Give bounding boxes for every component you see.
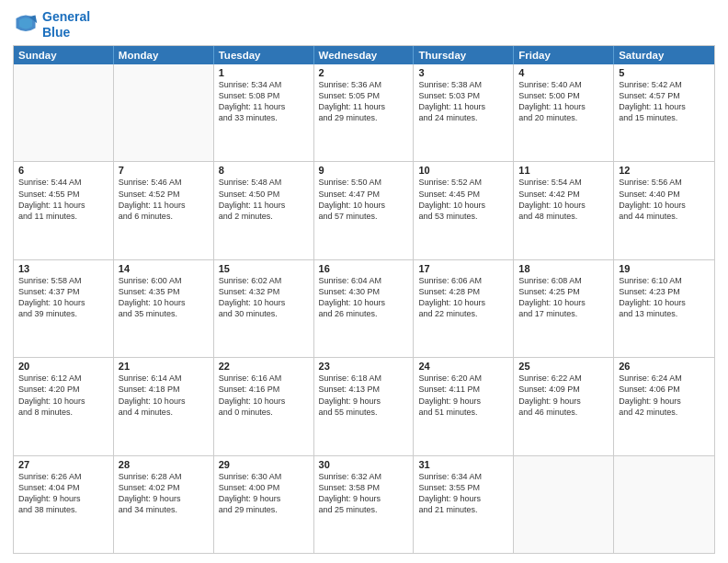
cell-text: Sunrise: 5:38 AM Sunset: 5:03 PM Dayligh… — [418, 79, 508, 124]
calendar-cell: 21Sunrise: 6:14 AM Sunset: 4:18 PM Dayli… — [114, 358, 214, 454]
day-number: 4 — [518, 67, 609, 78]
calendar-cell: 9Sunrise: 5:50 AM Sunset: 4:47 PM Daylig… — [314, 162, 415, 259]
calendar-cell: 30Sunrise: 6:32 AM Sunset: 3:58 PM Dayli… — [314, 456, 415, 553]
cell-text: Sunrise: 5:50 AM Sunset: 4:47 PM Dayligh… — [319, 177, 409, 222]
header-cell-saturday: Saturday — [614, 46, 714, 64]
calendar-cell: 7Sunrise: 5:46 AM Sunset: 4:52 PM Daylig… — [114, 162, 214, 259]
cell-text: Sunrise: 5:52 AM Sunset: 4:45 PM Dayligh… — [418, 177, 508, 222]
day-number: 17 — [418, 263, 508, 274]
day-number: 19 — [619, 263, 710, 274]
day-number: 6 — [18, 165, 108, 176]
cell-text: Sunrise: 6:24 AM Sunset: 4:06 PM Dayligh… — [619, 373, 710, 418]
cell-text: Sunrise: 6:20 AM Sunset: 4:11 PM Dayligh… — [418, 373, 508, 418]
calendar-cell: 26Sunrise: 6:24 AM Sunset: 4:06 PM Dayli… — [614, 358, 714, 454]
calendar-cell: 2Sunrise: 5:36 AM Sunset: 5:05 PM Daylig… — [314, 64, 415, 161]
calendar-cell — [14, 64, 114, 161]
calendar-cell: 11Sunrise: 5:54 AM Sunset: 4:42 PM Dayli… — [514, 162, 614, 259]
day-number: 9 — [319, 165, 409, 176]
calendar-cell: 3Sunrise: 5:38 AM Sunset: 5:03 PM Daylig… — [414, 64, 514, 161]
cell-text: Sunrise: 6:32 AM Sunset: 3:58 PM Dayligh… — [319, 471, 409, 516]
cell-text: Sunrise: 5:54 AM Sunset: 4:42 PM Dayligh… — [518, 177, 609, 222]
calendar-cell: 13Sunrise: 5:58 AM Sunset: 4:37 PM Dayli… — [14, 260, 114, 357]
day-number: 16 — [319, 263, 409, 274]
day-number: 12 — [619, 165, 710, 176]
day-number: 11 — [518, 165, 609, 176]
day-number: 7 — [119, 165, 209, 176]
calendar-cell: 4Sunrise: 5:40 AM Sunset: 5:00 PM Daylig… — [514, 64, 614, 161]
day-number: 31 — [418, 459, 508, 470]
logo-text: GeneralBlue — [42, 9, 90, 40]
cell-text: Sunrise: 5:34 AM Sunset: 5:08 PM Dayligh… — [219, 79, 309, 124]
day-number: 25 — [518, 361, 609, 372]
cell-text: Sunrise: 6:08 AM Sunset: 4:25 PM Dayligh… — [518, 275, 609, 320]
day-number: 26 — [619, 361, 710, 372]
header-cell-friday: Friday — [514, 46, 614, 64]
calendar-cell — [514, 456, 614, 553]
calendar-cell: 27Sunrise: 6:26 AM Sunset: 4:04 PM Dayli… — [14, 456, 114, 553]
day-number: 18 — [518, 263, 609, 274]
calendar-row: 13Sunrise: 5:58 AM Sunset: 4:37 PM Dayli… — [14, 259, 714, 357]
cell-text: Sunrise: 6:06 AM Sunset: 4:28 PM Dayligh… — [418, 275, 508, 320]
calendar: SundayMondayTuesdayWednesdayThursdayFrid… — [13, 45, 715, 554]
cell-text: Sunrise: 6:12 AM Sunset: 4:20 PM Dayligh… — [18, 373, 108, 418]
calendar-cell: 10Sunrise: 5:52 AM Sunset: 4:45 PM Dayli… — [414, 162, 514, 259]
cell-text: Sunrise: 6:30 AM Sunset: 4:00 PM Dayligh… — [219, 471, 309, 516]
cell-text: Sunrise: 6:18 AM Sunset: 4:13 PM Dayligh… — [319, 373, 409, 418]
header-cell-thursday: Thursday — [414, 46, 514, 64]
logo-icon — [13, 12, 39, 38]
day-number: 13 — [18, 263, 108, 274]
day-number: 20 — [18, 361, 108, 372]
calendar-cell: 24Sunrise: 6:20 AM Sunset: 4:11 PM Dayli… — [414, 358, 514, 454]
calendar-row: 1Sunrise: 5:34 AM Sunset: 5:08 PM Daylig… — [14, 64, 714, 161]
day-number: 2 — [319, 67, 409, 78]
calendar-row: 6Sunrise: 5:44 AM Sunset: 4:55 PM Daylig… — [14, 161, 714, 259]
page: GeneralBlue SundayMondayTuesdayWednesday… — [0, 0, 728, 563]
cell-text: Sunrise: 6:14 AM Sunset: 4:18 PM Dayligh… — [119, 373, 209, 418]
header-cell-monday: Monday — [114, 46, 214, 64]
calendar-cell: 31Sunrise: 6:34 AM Sunset: 3:55 PM Dayli… — [414, 456, 514, 553]
cell-text: Sunrise: 5:44 AM Sunset: 4:55 PM Dayligh… — [18, 177, 108, 222]
calendar-cell: 28Sunrise: 6:28 AM Sunset: 4:02 PM Dayli… — [114, 456, 214, 553]
cell-text: Sunrise: 6:26 AM Sunset: 4:04 PM Dayligh… — [18, 471, 108, 516]
cell-text: Sunrise: 6:00 AM Sunset: 4:35 PM Dayligh… — [119, 275, 209, 320]
calendar-cell: 22Sunrise: 6:16 AM Sunset: 4:16 PM Dayli… — [214, 358, 314, 454]
day-number: 24 — [418, 361, 508, 372]
cell-text: Sunrise: 6:16 AM Sunset: 4:16 PM Dayligh… — [219, 373, 309, 418]
cell-text: Sunrise: 5:46 AM Sunset: 4:52 PM Dayligh… — [119, 177, 209, 222]
day-number: 21 — [119, 361, 209, 372]
calendar-cell: 14Sunrise: 6:00 AM Sunset: 4:35 PM Dayli… — [114, 260, 214, 357]
calendar-cell: 8Sunrise: 5:48 AM Sunset: 4:50 PM Daylig… — [214, 162, 314, 259]
header-cell-tuesday: Tuesday — [214, 46, 314, 64]
header: GeneralBlue — [13, 9, 715, 40]
cell-text: Sunrise: 6:34 AM Sunset: 3:55 PM Dayligh… — [418, 471, 508, 516]
cell-text: Sunrise: 6:28 AM Sunset: 4:02 PM Dayligh… — [119, 471, 209, 516]
cell-text: Sunrise: 5:58 AM Sunset: 4:37 PM Dayligh… — [18, 275, 108, 320]
day-number: 28 — [119, 459, 209, 470]
calendar-cell: 1Sunrise: 5:34 AM Sunset: 5:08 PM Daylig… — [214, 64, 314, 161]
day-number: 27 — [18, 459, 108, 470]
day-number: 8 — [219, 165, 309, 176]
day-number: 3 — [418, 67, 508, 78]
cell-text: Sunrise: 5:56 AM Sunset: 4:40 PM Dayligh… — [619, 177, 710, 222]
calendar-row: 27Sunrise: 6:26 AM Sunset: 4:04 PM Dayli… — [14, 455, 714, 553]
header-cell-wednesday: Wednesday — [314, 46, 415, 64]
cell-text: Sunrise: 5:36 AM Sunset: 5:05 PM Dayligh… — [319, 79, 409, 124]
calendar-cell — [614, 456, 714, 553]
calendar-cell: 15Sunrise: 6:02 AM Sunset: 4:32 PM Dayli… — [214, 260, 314, 357]
day-number: 15 — [219, 263, 309, 274]
cell-text: Sunrise: 5:40 AM Sunset: 5:00 PM Dayligh… — [518, 79, 609, 124]
cell-text: Sunrise: 6:02 AM Sunset: 4:32 PM Dayligh… — [219, 275, 309, 320]
calendar-cell: 12Sunrise: 5:56 AM Sunset: 4:40 PM Dayli… — [614, 162, 714, 259]
calendar-cell: 19Sunrise: 6:10 AM Sunset: 4:23 PM Dayli… — [614, 260, 714, 357]
calendar-cell: 18Sunrise: 6:08 AM Sunset: 4:25 PM Dayli… — [514, 260, 614, 357]
calendar-row: 20Sunrise: 6:12 AM Sunset: 4:20 PM Dayli… — [14, 357, 714, 454]
calendar-cell: 25Sunrise: 6:22 AM Sunset: 4:09 PM Dayli… — [514, 358, 614, 454]
day-number: 10 — [418, 165, 508, 176]
calendar-cell — [114, 64, 214, 161]
calendar-cell: 16Sunrise: 6:04 AM Sunset: 4:30 PM Dayli… — [314, 260, 415, 357]
calendar-cell: 29Sunrise: 6:30 AM Sunset: 4:00 PM Dayli… — [214, 456, 314, 553]
calendar-body: 1Sunrise: 5:34 AM Sunset: 5:08 PM Daylig… — [14, 64, 714, 553]
cell-text: Sunrise: 5:42 AM Sunset: 4:57 PM Dayligh… — [619, 79, 710, 124]
calendar-cell: 20Sunrise: 6:12 AM Sunset: 4:20 PM Dayli… — [14, 358, 114, 454]
day-number: 30 — [319, 459, 409, 470]
